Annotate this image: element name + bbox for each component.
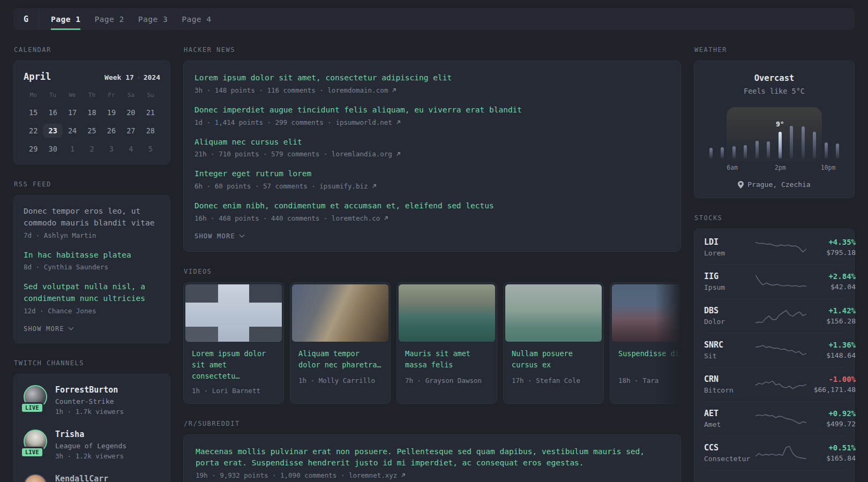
- calendar-weekday-label: Sa: [121, 92, 140, 99]
- rss-title-link[interactable]: Donec tempor eros leo, ut commodo mauris…: [24, 206, 160, 229]
- stock-values: +0.51%$165.84: [806, 443, 856, 462]
- stock-row[interactable]: IIGIpsum+2.84%$42.04: [704, 264, 844, 298]
- rss-item: Donec tempor eros leo, ut commodo mauris…: [24, 206, 160, 239]
- rss-meta: 7d · Ashlyn Martin: [24, 231, 160, 239]
- calendar-weekday-label: Th: [82, 92, 101, 99]
- calendar-day: 2: [82, 142, 101, 156]
- twitch-channel-game: Counter-Strike: [55, 397, 124, 405]
- hackernews-show-more-button[interactable]: SHOW MORE: [194, 232, 244, 240]
- calendar-weekday-label: Mo: [24, 92, 43, 99]
- rss-title-link[interactable]: Sed volutpat nulla nisl, a condimentum n…: [24, 281, 160, 305]
- weather-widget: WEATHER Overcast Feels like 5°C 9° 6am2p…: [694, 46, 855, 198]
- calendar-day: 1: [63, 142, 82, 156]
- rss-title-link[interactable]: In hac habitasse platea: [24, 250, 160, 261]
- weather-chart-axis: 6am2pm10pm: [708, 164, 840, 172]
- rss-show-more-button[interactable]: SHOW MORE: [24, 325, 73, 333]
- stock-name: Dolor: [704, 318, 755, 326]
- app-logo[interactable]: G: [13, 8, 39, 30]
- stock-row[interactable]: LDILorem+4.35%$795.18: [704, 230, 844, 264]
- weather-bar: [802, 126, 805, 159]
- stock-row[interactable]: SNRCSit+1.36%$148.64: [704, 333, 844, 367]
- right-column: WEATHER Overcast Feels like 5°C 9° 6am2p…: [694, 46, 855, 482]
- calendar-weekday-label: Tu: [43, 92, 62, 99]
- chevron-down-icon: [239, 232, 244, 238]
- subreddit-meta: 19h · 9,932 points · 1,090 comments · lo…: [196, 471, 669, 479]
- stock-name: Sit: [704, 352, 755, 360]
- stock-row[interactable]: AHS+0.46%: [704, 470, 844, 482]
- external-link-icon: [395, 151, 401, 157]
- nav-tab-page-4[interactable]: Page 4: [182, 8, 211, 30]
- hackernews-title-link[interactable]: Donec imperdiet augue tincidunt felis al…: [194, 104, 670, 116]
- video-card[interactable]: Suspendisse diam18h · Tara: [610, 282, 681, 404]
- stock-values: +4.35%$795.18: [806, 238, 856, 257]
- video-title: Mauris sit amet massa felis: [399, 342, 495, 372]
- calendar-day: 19: [102, 106, 121, 119]
- subreddit-title-link[interactable]: Maecenas mollis pulvinar erat non posuer…: [196, 446, 669, 470]
- calendar-day: 24: [63, 124, 82, 138]
- stock-price: $499.72: [806, 420, 856, 428]
- rss-meta: 8d · Cynthia Saunders: [24, 263, 160, 271]
- twitch-channel-row[interactable]: LIVETrishaLeague of Legends3h · 1.2k vie…: [24, 430, 160, 460]
- hackernews-list: Lorem ipsum dolor sit amet, consectetur …: [194, 72, 670, 222]
- video-card[interactable]: Nullam posuere cursus ex17h · Stefan Col…: [503, 282, 604, 404]
- left-column: CALENDAR April Week 17·2024 MoTuWeThFrSa…: [13, 46, 170, 482]
- stock-change: +0.51%: [806, 443, 856, 452]
- video-card[interactable]: Aliquam tempor dolor nec pharetra…1h · M…: [290, 282, 391, 404]
- hackernews-title-link[interactable]: Lorem ipsum dolor sit amet, consectetur …: [194, 72, 670, 84]
- stock-name: Amet: [704, 420, 755, 428]
- twitch-channel-row[interactable]: KendallCarr: [24, 474, 160, 482]
- hackernews-title-link[interactable]: Aliquam nec cursus elit: [194, 137, 670, 148]
- video-card[interactable]: Lorem ipsum dolor sit amet consectetu…1h…: [183, 282, 284, 404]
- calendar-day: 29: [24, 142, 43, 156]
- nav-tab-page-1[interactable]: Page 1: [51, 8, 80, 30]
- hackernews-item: Donec enim nibh, condimentum et accumsan…: [194, 200, 670, 222]
- twitch-channel-row[interactable]: LIVEForrestBurtonCounter-Strike1h · 1.7k…: [24, 385, 160, 416]
- rss-section-label: RSS FEED: [14, 180, 170, 188]
- hackernews-title-link[interactable]: Donec enim nibh, condimentum et accumsan…: [194, 200, 670, 212]
- calendar-weekday-label: We: [63, 92, 82, 99]
- location-pin-icon: [738, 181, 744, 189]
- subreddit-list: Maecenas mollis pulvinar erat non posuer…: [196, 446, 669, 480]
- calendar-day: 30: [43, 142, 62, 156]
- weather-section-label: WEATHER: [694, 46, 855, 54]
- video-thumbnail: [505, 284, 602, 342]
- weather-axis-tick: 2pm: [775, 164, 786, 171]
- dashboard: G Page 1Page 2Page 3Page 4 CALENDAR Apri…: [0, 0, 868, 482]
- rss-meta: 12d · Chance Jones: [24, 307, 160, 315]
- stock-row[interactable]: AETAmet+0.92%$499.72: [704, 401, 844, 435]
- weather-axis-tick: 10pm: [821, 164, 836, 171]
- stock-id: LDILorem: [704, 237, 755, 257]
- weather-bar: [790, 126, 793, 159]
- live-badge: LIVE: [20, 402, 44, 413]
- hackernews-title-link[interactable]: Integer eget rutrum lorem: [194, 168, 670, 180]
- stock-sparkline: [755, 238, 806, 257]
- video-card[interactable]: Mauris sit amet massa felis7h · Grayson …: [396, 282, 497, 404]
- calendar-section-label: CALENDAR: [14, 46, 170, 54]
- weather-location-label: Prague, Czechia: [747, 180, 810, 189]
- stock-sparkline: [755, 477, 806, 482]
- stock-id: AETAmet: [704, 409, 755, 428]
- nav-tab-page-3[interactable]: Page 3: [138, 8, 168, 30]
- avatar: [24, 474, 47, 482]
- calendar-day-selected: 23: [43, 124, 62, 138]
- rss-widget: RSS FEED Donec tempor eros leo, ut commo…: [13, 180, 170, 343]
- calendar-day-grid: 1516171819202122232425262728293012345: [24, 106, 160, 156]
- stock-symbol: SNRC: [704, 340, 755, 350]
- stock-change: +0.92%: [806, 409, 856, 418]
- video-meta: 18h · Tara: [612, 372, 681, 391]
- stock-id: CCSConsectetur: [704, 443, 755, 463]
- stock-row[interactable]: CRNBitcorn-1.00%$66,171.48: [704, 367, 844, 401]
- video-meta: 1h · Molly Carrillo: [292, 372, 388, 391]
- stock-sparkline: [755, 306, 806, 326]
- calendar-day: 17: [63, 106, 82, 119]
- stock-id: SNRCSit: [704, 340, 755, 360]
- video-carousel: Lorem ipsum dolor sit amet consectetu…1h…: [183, 282, 681, 404]
- middle-column: HACKER NEWS Lorem ipsum dolor sit amet, …: [183, 46, 681, 482]
- stock-change: +1.36%: [806, 341, 856, 349]
- calendar-header: April Week 17·2024: [24, 71, 160, 82]
- subreddit-widget: /R/SUBREDDIT Maecenas mollis pulvinar er…: [183, 420, 681, 482]
- hackernews-meta: 1d · 1,414 points · 299 comments · ipsum…: [194, 118, 670, 126]
- stock-row[interactable]: DBSDolor+1.42%$156.28: [704, 298, 844, 333]
- stock-row[interactable]: CCSConsectetur+0.51%$165.84: [704, 435, 844, 470]
- nav-tab-page-2[interactable]: Page 2: [94, 8, 124, 30]
